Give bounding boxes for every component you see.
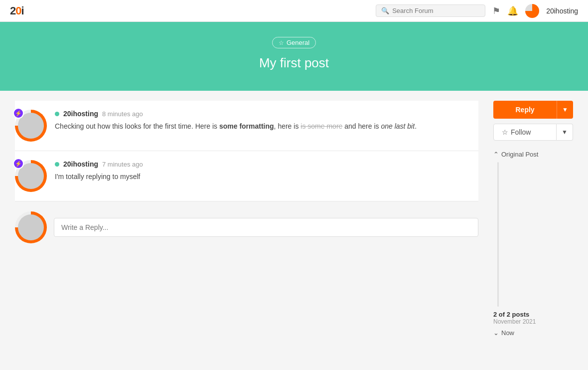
category-badge[interactable]: ☆ General [272,37,316,48]
post-time: 8 minutes ago [102,110,143,118]
avatar-inner [18,214,44,240]
post-content: Checking out how this looks for the firs… [55,121,417,132]
site-header: 20i 🔍 ⚑ 🔔 20ihosting [0,0,588,22]
avatar-wrap: ⚡ [15,110,47,142]
post-item: ⚡ 20ihosting 8 minutes ago Checking out … [15,101,478,151]
timeline-bar [497,162,499,307]
posts-count: 2 of 2 posts [493,311,573,318]
original-post-link[interactable]: ⌃ Original Post [493,151,573,158]
post-title: My first post [10,55,578,71]
follow-label: Follow [511,128,531,136]
reply-button-group: Reply ▼ [493,101,573,119]
reply-avatar-wrap [15,211,47,243]
star-follow-icon: ☆ [502,128,508,136]
username-header[interactable]: 20ihosting [546,7,578,15]
post-author[interactable]: 20ihosting [63,110,98,118]
online-indicator [55,162,59,167]
now-link[interactable]: ⌄ Now [493,329,573,337]
user-avatar-header[interactable] [525,4,539,18]
flag-icon[interactable]: ⚑ [492,5,500,16]
post-meta: 20ihosting 7 minutes ago [55,160,143,168]
sidebar: Reply ▼ ☆ Follow ▼ ⌃ Original Post 2 of … [493,101,573,337]
search-input[interactable] [392,7,480,14]
post-meta: 20ihosting 8 minutes ago [55,110,417,118]
header-right: 🔍 ⚑ 🔔 20ihosting [376,4,578,18]
write-reply-area [15,201,478,253]
avatar-wrap: ⚡ [15,160,47,192]
chevron-down-icon: ⌄ [493,329,499,337]
post-body: 20ihosting 8 minutes ago Checking out ho… [55,110,417,132]
reply-input[interactable] [54,218,478,237]
main-container: ⚡ 20ihosting 8 minutes ago Checking out … [5,91,583,347]
category-label: General [287,39,309,46]
online-indicator [55,112,59,116]
follow-dropdown-icon: ▼ [562,129,568,136]
follow-dropdown-button[interactable]: ▼ [557,124,573,141]
post-body: 20ihosting 7 minutes ago I'm totally rep… [55,160,143,182]
reply-dropdown-button[interactable]: ▼ [557,101,573,119]
star-icon: ☆ [279,39,284,46]
site-logo: 20i [10,4,24,17]
posts-date: November 2021 [493,318,573,325]
chevron-up-icon: ⌃ [493,151,499,158]
posts-section: ⚡ 20ihosting 8 minutes ago Checking out … [15,101,478,337]
hero-banner: ☆ General My first post [0,22,588,91]
follow-button[interactable]: ☆ Follow [493,124,557,141]
now-label: Now [501,329,514,337]
badge-bolt-icon: ⚡ [13,158,24,169]
search-box[interactable]: 🔍 [376,4,485,17]
avatar-ring [15,211,47,243]
post-time: 7 minutes ago [102,161,143,168]
reply-dropdown-icon: ▼ [562,106,568,113]
reply-button[interactable]: Reply [493,101,557,119]
post-content: I'm totally replying to myself [55,171,143,182]
post-item: ⚡ 20ihosting 7 minutes ago I'm totally r… [15,151,478,201]
post-author[interactable]: 20ihosting [63,160,98,168]
post-inner: ⚡ 20ihosting 7 minutes ago I'm totally r… [15,160,478,192]
follow-button-group: ☆ Follow ▼ [493,124,573,141]
notifications-icon[interactable]: 🔔 [507,5,518,16]
original-post-label: Original Post [501,151,538,158]
search-icon: 🔍 [381,7,389,14]
badge-bolt-icon: ⚡ [13,108,24,119]
post-inner: ⚡ 20ihosting 8 minutes ago Checking out … [15,110,478,142]
